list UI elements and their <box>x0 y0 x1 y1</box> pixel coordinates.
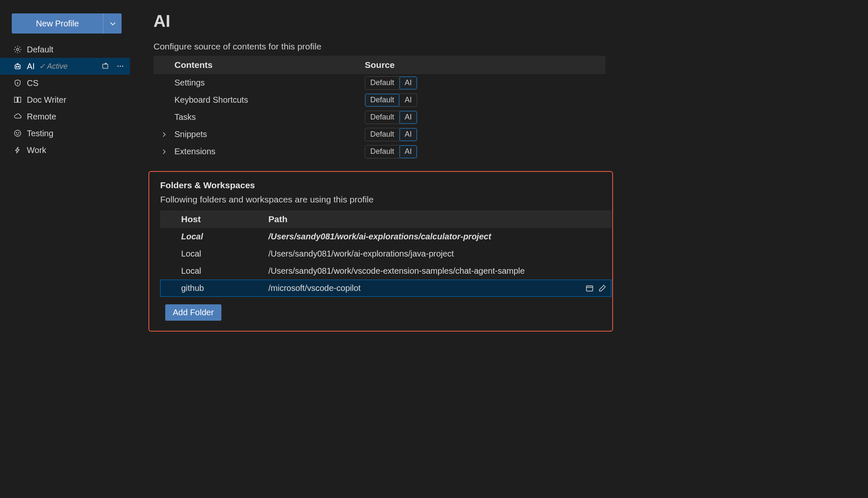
folder-path: /Users/sandy081/work/vscode-extension-sa… <box>268 266 579 276</box>
smiley-icon <box>13 129 23 137</box>
source-option-ai[interactable]: AI <box>400 77 417 89</box>
contents-row: SnippetsDefaultAI <box>153 126 606 143</box>
svg-point-2 <box>16 66 17 67</box>
contents-row-name: Extensions <box>174 147 365 156</box>
sidebar-item-testing[interactable]: Testing <box>0 125 130 142</box>
robot-icon <box>13 62 23 70</box>
new-profile-label: New Profile <box>12 19 103 29</box>
source-toggle: DefaultAI <box>365 93 417 107</box>
source-option-ai[interactable]: AI <box>400 128 417 141</box>
svg-point-3 <box>18 66 19 67</box>
chevron-down-icon <box>109 20 117 27</box>
svg-point-8 <box>17 83 18 83</box>
source-option-ai[interactable]: AI <box>400 94 417 106</box>
sidebar-item-label: Testing <box>27 129 53 138</box>
sidebar-item-label: Default <box>27 45 53 54</box>
source-toggle: DefaultAI <box>365 128 417 141</box>
sidebar-item-label: AI <box>27 62 35 71</box>
new-profile-dropdown-button[interactable] <box>103 13 122 34</box>
folders-description: Following folders and workspaces are usi… <box>160 195 612 205</box>
sidebar-item-label: CS <box>27 78 39 88</box>
folders-table-header: Host Path <box>160 210 611 228</box>
contents-table: Contents Source SettingsDefaultAIKeyboar… <box>153 56 606 160</box>
gear-icon <box>13 45 23 54</box>
source-option-default[interactable]: Default <box>365 111 399 124</box>
svg-point-0 <box>16 48 19 51</box>
folder-host: github <box>160 283 268 293</box>
folder-row[interactable]: Local/Users/sandy081/work/ai-exploration… <box>160 228 611 245</box>
edit-icon[interactable] <box>598 284 606 293</box>
contents-row-name: Snippets <box>174 130 365 139</box>
contents-table-header: Contents Source <box>153 56 606 74</box>
chevron-right-icon[interactable] <box>161 148 167 155</box>
contents-row-name: Settings <box>174 78 365 88</box>
svg-point-10 <box>16 132 17 133</box>
contents-header-source: Source <box>365 60 606 70</box>
contents-header-name: Contents <box>174 60 365 70</box>
cloud-icon <box>13 112 23 121</box>
folders-workspaces-section: Folders & Workspaces Following folders a… <box>148 171 613 332</box>
folders-title: Folders & Workspaces <box>160 180 612 190</box>
sidebar-item-doc-writer[interactable]: Doc Writer <box>0 91 130 108</box>
folder-path: /Users/sandy081/work/ai-explorations/jav… <box>268 249 579 259</box>
source-option-default[interactable]: Default <box>365 128 399 141</box>
sidebar-item-label: Work <box>27 145 46 155</box>
sidebar: New Profile DefaultAI✓ ActiveCSDoc Write… <box>0 0 130 498</box>
svg-point-7 <box>122 66 123 67</box>
sidebar-item-work[interactable]: Work <box>0 142 130 158</box>
sidebar-item-default[interactable]: Default <box>0 41 130 58</box>
folder-host: Local <box>160 249 268 259</box>
folder-host: Local <box>160 232 268 241</box>
open-window-icon[interactable] <box>585 284 594 293</box>
page-title: AI <box>153 12 868 31</box>
contents-row: ExtensionsDefaultAI <box>153 143 606 160</box>
source-toggle: DefaultAI <box>365 76 417 90</box>
svg-point-9 <box>15 130 21 137</box>
source-toggle: DefaultAI <box>365 111 417 124</box>
sidebar-item-cs[interactable]: CS <box>0 75 130 91</box>
svg-point-5 <box>117 66 119 67</box>
new-profile-button[interactable]: New Profile <box>12 13 122 34</box>
contents-row: Keyboard ShortcutsDefaultAI <box>153 91 606 109</box>
shield-icon <box>13 79 23 87</box>
contents-row-name: Keyboard Shortcuts <box>174 95 365 105</box>
chevron-right-icon[interactable] <box>161 131 167 138</box>
folder-row[interactable]: Local/Users/sandy081/work/ai-exploration… <box>160 245 611 262</box>
book-icon <box>13 96 23 104</box>
add-folder-button[interactable]: Add Folder <box>165 304 221 321</box>
main-panel: AI Configure source of contents for this… <box>130 0 868 498</box>
sidebar-item-remote[interactable]: Remote <box>0 108 130 125</box>
profile-list: DefaultAI✓ ActiveCSDoc WriterRemoteTesti… <box>0 41 130 158</box>
add-folder-label: Add Folder <box>173 308 214 317</box>
contents-row: TasksDefaultAI <box>153 109 606 126</box>
source-option-ai[interactable]: AI <box>400 111 417 124</box>
source-option-default[interactable]: Default <box>365 145 399 158</box>
folders-header-path: Path <box>268 214 611 224</box>
profile-status: ✓ Active <box>39 62 68 71</box>
svg-rect-4 <box>103 64 108 68</box>
sidebar-item-ai[interactable]: AI✓ Active <box>0 58 130 75</box>
source-option-default[interactable]: Default <box>365 77 399 89</box>
lightning-icon <box>13 146 23 154</box>
new-window-icon[interactable] <box>101 62 109 70</box>
folder-path: /microsoft/vscode-copilot <box>268 283 579 293</box>
svg-rect-12 <box>587 285 593 291</box>
svg-point-6 <box>120 66 121 67</box>
sidebar-item-label: Remote <box>27 112 56 122</box>
contents-row: SettingsDefaultAI <box>153 74 606 91</box>
folder-row[interactable]: Local/Users/sandy081/work/vscode-extensi… <box>160 262 611 280</box>
folder-row[interactable]: github/microsoft/vscode-copilot <box>160 280 611 297</box>
contents-description: Configure source of contents for this pr… <box>153 42 868 52</box>
source-option-default[interactable]: Default <box>365 94 399 106</box>
sidebar-item-label: Doc Writer <box>27 95 66 105</box>
folders-header-host: Host <box>160 214 268 224</box>
folder-path: /Users/sandy081/work/ai-explorations/cal… <box>268 232 579 241</box>
folders-table: Host Path Local/Users/sandy081/work/ai-e… <box>160 210 611 297</box>
folder-host: Local <box>160 266 268 276</box>
source-toggle: DefaultAI <box>365 145 417 158</box>
source-option-ai[interactable]: AI <box>400 145 417 158</box>
contents-row-name: Tasks <box>174 112 365 122</box>
more-icon[interactable] <box>117 62 124 70</box>
svg-point-11 <box>18 132 19 133</box>
